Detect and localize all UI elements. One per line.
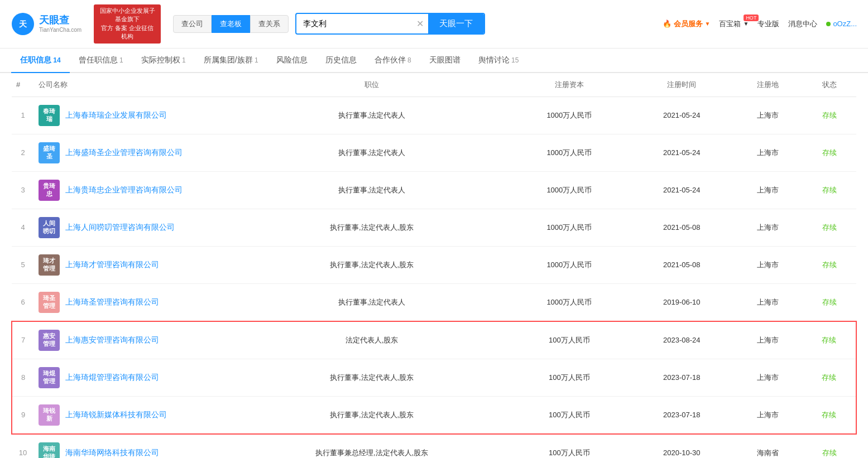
company-name-link[interactable]: 上海人间唠叨管理咨询有限公司 <box>65 223 175 233</box>
tab-天眼图谱[interactable]: 天眼图谱 <box>420 49 469 72</box>
cell-index: 8 <box>12 359 34 396</box>
table-row: 7惠安管理上海惠安管理咨询有限公司法定代表人,股东100万人民币2023-08-… <box>12 321 856 359</box>
company-table: # 公司名称 职位 注册资本 注册时间 注册地 状态 1春琦瑞上海春琦瑞企业发展… <box>11 73 857 458</box>
cell-status: 存续 <box>802 359 856 396</box>
search-input[interactable] <box>296 15 412 33</box>
tab-count: 1 <box>253 56 258 64</box>
cell-role: 执行董事,法定代表人 <box>235 171 509 209</box>
tab-任职信息[interactable]: 任职信息 14 <box>11 49 70 72</box>
tab-count: 14 <box>51 56 61 64</box>
tab-query-company[interactable]: 查公司 <box>173 15 212 33</box>
pro-version-link[interactable]: 专业版 <box>757 19 779 29</box>
status-badge: 存续 <box>822 411 836 419</box>
table-row: 3贵琦忠上海贵琦忠企业管理咨询有限公司执行董事,法定代表人1000万人民币202… <box>12 171 856 209</box>
status-badge: 存续 <box>822 148 837 157</box>
cell-status: 存续 <box>802 321 856 359</box>
tab-count: 15 <box>510 56 519 64</box>
logo-area: 天 天眼查 TianYanCha.com <box>11 12 81 36</box>
tab-实际控制权[interactable]: 实际控制权 1 <box>132 49 195 72</box>
tab-舆情讨论[interactable]: 舆情讨论 15 <box>469 49 528 72</box>
company-name-link[interactable]: 上海春琦瑞企业发展有限公司 <box>65 110 167 120</box>
cell-index: 10 <box>12 434 34 458</box>
company-name-link[interactable]: 上海琦焜管理咨询有限公司 <box>65 373 159 383</box>
cell-company: 琦锐新上海琦锐新媒体科技有限公司 <box>34 396 235 434</box>
cell-capital: 100万人民币 <box>509 321 630 359</box>
cell-company: 琦焜管理上海琦焜管理咨询有限公司 <box>34 359 235 396</box>
search-bar: ✕ 天眼一下 <box>295 13 485 35</box>
tab-count: 1 <box>118 56 123 64</box>
tab-合作伙伴[interactable]: 合作伙伴 8 <box>366 49 420 72</box>
cell-capital: 100万人民币 <box>509 396 630 434</box>
table-row: 2盛琦圣上海盛琦圣企业管理咨询有限公司执行董事,法定代表人1000万人民币202… <box>12 134 856 171</box>
cell-status: 存续 <box>802 171 856 209</box>
tab-query-boss[interactable]: 查老板 <box>212 15 250 33</box>
table-row: 6琦圣管理上海琦圣管理咨询有限公司执行董事,法定代表人1000万人民币2019-… <box>12 283 856 321</box>
cell-reg-date: 2021-05-24 <box>630 134 733 171</box>
cell-index: 6 <box>12 283 34 321</box>
company-name-link[interactable]: 上海琦圣管理咨询有限公司 <box>65 297 159 307</box>
header: 天 天眼查 TianYanCha.com 国家中小企业发展子基金旗下 官方 备案… <box>0 0 868 49</box>
cell-location: 上海市 <box>733 134 803 171</box>
cell-company: 盛琦圣上海盛琦圣企业管理咨询有限公司 <box>34 134 235 171</box>
table-row: 9琦锐新上海琦锐新媒体科技有限公司执行董事,法定代表人,股东100万人民币202… <box>12 396 856 434</box>
baobao-button[interactable]: 百宝箱 HOT ▼ <box>719 19 749 29</box>
table-row: 4人间唠叨上海人间唠叨管理咨询有限公司执行董事,法定代表人,股东1000万人民币… <box>12 209 856 246</box>
status-badge: 存续 <box>822 298 837 306</box>
cell-company: 海南华琦海南华琦网络科技有限公司 <box>34 434 235 458</box>
col-date: 注册时间 <box>630 73 733 97</box>
cell-index: 3 <box>12 171 34 209</box>
tab-曾任职信息[interactable]: 曾任职信息 1 <box>70 49 132 72</box>
tab-风险信息[interactable]: 风险信息 <box>267 49 316 72</box>
search-button[interactable]: 天眼一下 <box>428 14 484 33</box>
logo-cn: 天眼查 <box>39 15 81 27</box>
cell-role: 执行董事,法定代表人,股东 <box>235 209 509 246</box>
company-name-link[interactable]: 海南华琦网络科技有限公司 <box>65 448 159 458</box>
cell-reg-date: 2021-05-24 <box>630 97 733 134</box>
cell-role: 执行董事,法定代表人,股东 <box>235 359 509 396</box>
cell-capital: 1000万人民币 <box>509 209 630 246</box>
message-center-link[interactable]: 消息中心 <box>788 19 817 29</box>
company-logo: 琦才管理 <box>39 254 60 276</box>
col-capital: 注册资本 <box>509 73 630 97</box>
company-logo: 琦圣管理 <box>39 292 60 313</box>
cell-role: 执行董事,法定代表人,股东 <box>235 246 509 283</box>
tab-query-relation[interactable]: 查关系 <box>250 15 289 33</box>
logo-en: TianYanCha.com <box>39 27 81 33</box>
chevron-down-icon: ▼ <box>705 21 711 27</box>
company-logo: 惠安管理 <box>39 330 60 351</box>
cell-reg-date: 2021-05-24 <box>630 171 733 209</box>
online-indicator <box>826 22 831 26</box>
fire-icon: 🔥 <box>663 20 672 28</box>
status-badge: 存续 <box>822 373 836 382</box>
cell-role: 执行董事,法定代表人 <box>235 283 509 321</box>
status-badge: 存续 <box>822 336 836 344</box>
cell-capital: 100万人民币 <box>509 434 630 458</box>
member-service-button[interactable]: 🔥 会员服务 ▼ <box>663 19 711 29</box>
cell-location: 海南省 <box>733 434 803 458</box>
company-name-link[interactable]: 上海盛琦圣企业管理咨询有限公司 <box>65 148 183 158</box>
company-name-link[interactable]: 上海惠安管理咨询有限公司 <box>65 335 159 345</box>
cell-reg-date: 2021-05-08 <box>630 246 733 283</box>
status-badge: 存续 <box>822 111 837 119</box>
cell-company: 贵琦忠上海贵琦忠企业管理咨询有限公司 <box>34 171 235 209</box>
status-badge: 存续 <box>822 261 837 269</box>
user-avatar[interactable]: oOzZ... <box>826 20 857 28</box>
tab-所属集团/族群[interactable]: 所属集团/族群 1 <box>195 49 267 72</box>
status-badge: 存续 <box>822 223 837 232</box>
cell-capital: 1000万人民币 <box>509 171 630 209</box>
company-name-link[interactable]: 上海琦才管理咨询有限公司 <box>65 260 159 270</box>
cell-index: 5 <box>12 246 34 283</box>
chevron-down-icon-2: ▼ <box>743 21 749 27</box>
tab-历史信息[interactable]: 历史信息 <box>316 49 366 72</box>
cell-status: 存续 <box>802 134 856 171</box>
cell-capital: 1000万人民币 <box>509 97 630 134</box>
cell-role: 执行董事,法定代表人,股东 <box>235 396 509 434</box>
company-name-link[interactable]: 上海贵琦忠企业管理咨询有限公司 <box>65 185 183 195</box>
clear-icon[interactable]: ✕ <box>412 18 428 29</box>
table-container: # 公司名称 职位 注册资本 注册时间 注册地 状态 1春琦瑞上海春琦瑞企业发展… <box>0 73 868 458</box>
table-row: 5琦才管理上海琦才管理咨询有限公司执行董事,法定代表人,股东1000万人民币20… <box>12 246 856 283</box>
company-name-link[interactable]: 上海琦锐新媒体科技有限公司 <box>65 410 167 420</box>
cell-reg-date: 2020-10-30 <box>630 434 733 458</box>
cell-role: 法定代表人,股东 <box>235 321 509 359</box>
tab-count: 1 <box>180 56 186 64</box>
